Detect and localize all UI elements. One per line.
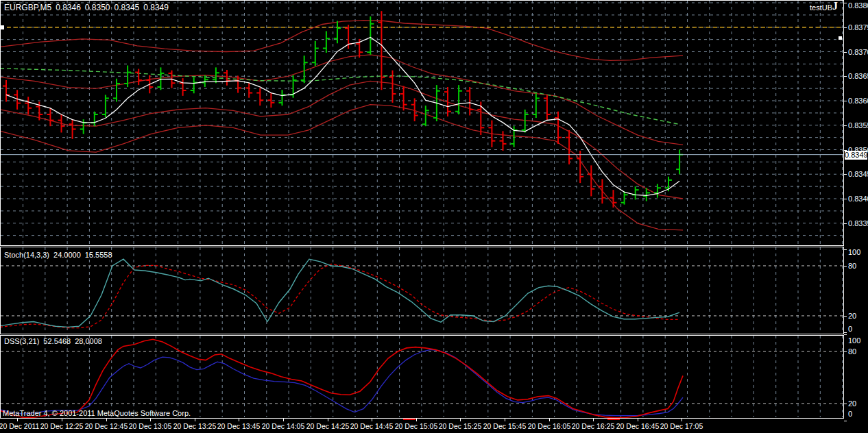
ohlc-bar bbox=[555, 112, 562, 144]
ohlc-bar bbox=[135, 69, 142, 86]
panel-border bbox=[1, 247, 844, 334]
price-tick-mark bbox=[844, 76, 847, 77]
price-tick-label: 0.8335 bbox=[848, 220, 868, 227]
time-tick-label: 20 Dec 14:25 bbox=[306, 423, 349, 430]
open-value: 0.8346 bbox=[56, 3, 81, 12]
dss-main-value: 52.5468 bbox=[43, 337, 71, 345]
ohlc-bar bbox=[610, 190, 617, 208]
price-tick-mark bbox=[844, 3, 847, 3]
stoch-name: Stoch(14,3,3) bbox=[4, 251, 49, 259]
price-tick-label: 0.8340 bbox=[848, 195, 868, 203]
ohlc-bar bbox=[47, 108, 53, 126]
symbol-period-label: EURGBP,M5 bbox=[4, 3, 51, 12]
price-tick-label: 0.8365 bbox=[848, 73, 868, 80]
ohlc-bar bbox=[245, 83, 252, 97]
ohlc-bar bbox=[91, 112, 98, 126]
ohlc-bar bbox=[323, 31, 330, 52]
ohlc-bar bbox=[588, 165, 594, 196]
time-tick-mark bbox=[17, 419, 18, 421]
price-tick-label: 0.8355 bbox=[848, 122, 868, 129]
dss-signal-value: 28,0008 bbox=[75, 337, 102, 345]
dss-scale-tick-label: 0 bbox=[848, 410, 852, 418]
time-tick-label: 20 Dec 13:25 bbox=[173, 423, 216, 430]
ohlc-bar bbox=[654, 184, 661, 198]
ohlc-bar bbox=[279, 90, 286, 106]
time-tick-label: 20 Dec 16:05 bbox=[528, 423, 570, 430]
price-tick-mark bbox=[844, 199, 847, 199]
time-tick-label: 20 Dec 15:25 bbox=[439, 423, 481, 430]
ohlc-bar bbox=[389, 71, 396, 103]
dss-scale-tick-mark bbox=[844, 421, 847, 421]
band-upper-outer-line bbox=[0, 21, 683, 61]
dss-scale-tick-label: 80 bbox=[848, 348, 856, 356]
stoch-scale-tick-mark bbox=[844, 316, 847, 317]
stoch-scale-tick-label: 80 bbox=[848, 262, 856, 270]
copyright-text: MetaTrader 4, © 2001-2011 MetaQuotes Sof… bbox=[3, 409, 191, 417]
time-tick-label: 20 Dec 16:25 bbox=[572, 423, 614, 430]
stochastic-panel-plot[interactable] bbox=[0, 247, 844, 334]
stoch-scale-tick-label: 20 bbox=[848, 312, 856, 320]
current-price-box: 0.8349 bbox=[845, 151, 867, 160]
dss-scale-tick-mark bbox=[844, 351, 847, 352]
yellow-level-anchor-marker bbox=[0, 25, 4, 29]
time-tick-mark bbox=[283, 419, 284, 421]
time-tick-mark bbox=[239, 419, 239, 421]
time-tick-label: 20 Dec 16:45 bbox=[616, 423, 659, 430]
ohlc-bar bbox=[621, 191, 628, 204]
panel-border bbox=[1, 1, 844, 246]
ohlc-bar bbox=[466, 87, 473, 115]
ohlc-bar bbox=[566, 130, 572, 164]
stochastic-indicator-label: Stoch(14,3,3)24.000015.5558 bbox=[4, 251, 117, 259]
time-tick-label: 20 Dec 12:25 bbox=[40, 423, 83, 430]
time-tick-label: 20 Dec 2011 bbox=[0, 423, 39, 430]
dss-signal-line bbox=[0, 349, 683, 415]
stoch-main-value: 24.0000 bbox=[53, 251, 81, 259]
ohlc-bar bbox=[312, 41, 319, 66]
time-tick-mark bbox=[549, 419, 550, 421]
chart-object-label: testUB bbox=[810, 3, 832, 12]
price-tick-mark bbox=[844, 125, 847, 126]
ohlc-bar bbox=[267, 93, 274, 108]
stoch-scale-tick-mark bbox=[844, 332, 847, 333]
ohlc-bar bbox=[334, 21, 341, 43]
time-tick-mark bbox=[150, 419, 151, 421]
close-value: 0.8349 bbox=[143, 3, 169, 12]
ohlc-bar bbox=[544, 95, 551, 120]
band-upper-inner-line bbox=[0, 55, 683, 145]
stoch-signal-line bbox=[0, 264, 679, 328]
time-tick-label: 20 Dec 13:45 bbox=[217, 423, 260, 430]
ohlc-bar bbox=[345, 25, 352, 49]
ohlc-bar bbox=[632, 186, 639, 199]
price-tick-mark bbox=[844, 27, 847, 28]
ohlc-bar bbox=[256, 88, 263, 106]
dss-scale-tick-label: 20 bbox=[848, 400, 856, 408]
ohlc-bar bbox=[367, 16, 374, 55]
ohlc-bar bbox=[25, 97, 32, 114]
stoch-scale-tick-label: 100 bbox=[848, 249, 860, 256]
time-tick-label: 20 Dec 12:45 bbox=[85, 423, 128, 430]
ohlc-bar bbox=[3, 80, 10, 101]
time-tick-mark bbox=[106, 419, 107, 421]
price-tick-mark bbox=[844, 52, 847, 53]
ohlc-header: EURGBP,M50.83460.83500.83450.8349 bbox=[4, 3, 173, 12]
axis-red-mark bbox=[607, 419, 620, 420]
time-tick-label: 20 Dec 15:05 bbox=[395, 423, 437, 430]
low-value: 0.8345 bbox=[114, 3, 140, 12]
stoch-signal-value: 15.5558 bbox=[85, 251, 112, 259]
dss-scale-tick-mark bbox=[844, 334, 847, 335]
price-tick-mark bbox=[844, 101, 847, 101]
dss-panel-plot[interactable] bbox=[0, 335, 844, 419]
time-tick-mark bbox=[416, 419, 417, 421]
price-chart-plot[interactable] bbox=[0, 0, 844, 246]
ohlc-bar bbox=[213, 67, 219, 83]
time-tick-mark bbox=[460, 419, 461, 421]
high-value: 0.8350 bbox=[85, 3, 110, 12]
time-tick-mark bbox=[593, 419, 594, 421]
ohlc-bar bbox=[224, 70, 230, 86]
ohlc-bar bbox=[69, 119, 76, 139]
price-tick-mark bbox=[844, 223, 847, 224]
time-tick-label: 20 Dec 17:05 bbox=[660, 423, 703, 430]
price-tick-label: 0.8370 bbox=[848, 49, 868, 56]
time-tick-label: 20 Dec 14:45 bbox=[350, 423, 393, 430]
mt4-chart-window: EURGBP,M50.83460.83500.83450.8349 testUB… bbox=[0, 0, 868, 433]
